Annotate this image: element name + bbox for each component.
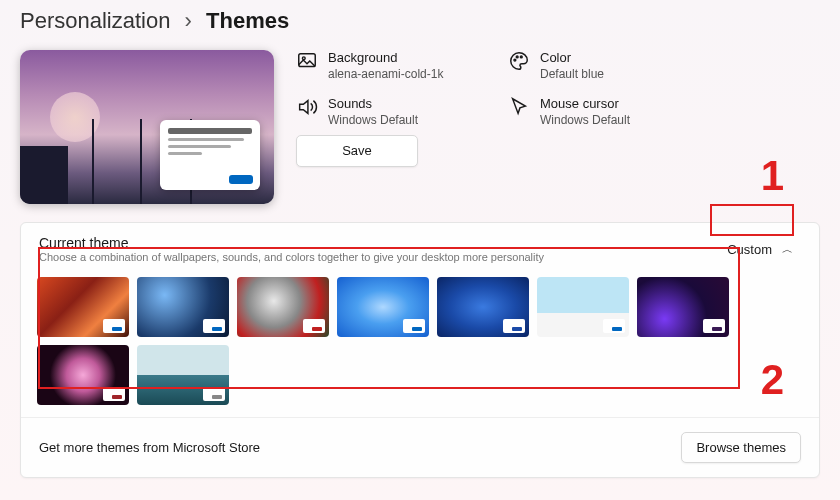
breadcrumb-current: Themes [206, 8, 289, 33]
setting-background[interactable]: Backgroundalena-aenami-cold-1k [296, 50, 486, 82]
theme-preview [20, 50, 274, 204]
breadcrumb: Personalization › Themes [20, 8, 820, 34]
setting-cursor[interactable]: Mouse cursorWindows Default [508, 96, 698, 128]
preview-window-card [160, 120, 260, 190]
svg-point-2 [514, 59, 516, 61]
annotation-box-2 [38, 247, 740, 389]
picture-icon [296, 50, 318, 72]
annotation-1: 1 [761, 152, 784, 200]
annotation-2: 2 [761, 356, 784, 404]
setting-color[interactable]: ColorDefault blue [508, 50, 698, 82]
cursor-icon [508, 96, 530, 118]
annotation-box-1 [710, 204, 794, 236]
breadcrumb-parent[interactable]: Personalization [20, 8, 170, 33]
chevron-right-icon: › [185, 8, 192, 33]
speaker-icon [296, 96, 318, 118]
footer-text: Get more themes from Microsoft Store [39, 440, 260, 455]
chevron-up-icon: ︿ [782, 242, 793, 257]
palette-icon [508, 50, 530, 72]
save-button[interactable]: Save [296, 135, 418, 167]
svg-point-4 [520, 56, 522, 58]
browse-themes-button[interactable]: Browse themes [681, 432, 801, 463]
setting-sounds[interactable]: SoundsWindows Default [296, 96, 486, 128]
svg-point-3 [516, 56, 518, 58]
svg-point-1 [302, 57, 305, 60]
